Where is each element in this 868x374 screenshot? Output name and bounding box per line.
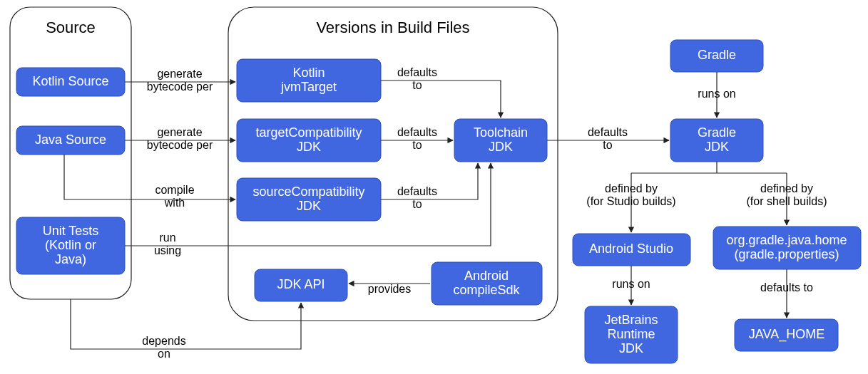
edge-label-defined-shell-1: defined by [760, 182, 813, 194]
edge-label-gen-bytecode-a1: generate [157, 68, 202, 80]
label-source-compat-2: JDK [297, 199, 321, 213]
group-source-title: Source [46, 19, 96, 36]
edge-label-defaults-a1: defaults [397, 66, 437, 78]
label-jetbrains-1: JetBrains [604, 313, 658, 327]
group-versions-title: Versions in Build Files [316, 19, 469, 36]
edge-label-depends-2: on [158, 348, 170, 360]
label-android-studio: Android Studio [589, 241, 673, 256]
label-java-home: JAVA_HOME [749, 327, 824, 342]
edge-label-runs-on-a: runs on [698, 88, 735, 100]
label-kotlin-jvm-2: jvmTarget [280, 80, 337, 94]
edge-label-defaults-b2: to [412, 139, 422, 151]
edge-label-provides: provides [368, 283, 411, 295]
edge-label-defined-studio-2: (for Studio builds) [586, 195, 675, 207]
label-unit-tests-2: (Kotlin or [45, 238, 96, 252]
edge-label-defaults-b1: defaults [397, 126, 437, 138]
edge-label-compile-with-2: with [164, 197, 185, 209]
edge-label-defined-shell-2: (for shell builds) [747, 195, 827, 207]
edge-label-gen-bytecode-b2: bytecode per [147, 139, 213, 151]
label-target-compat-1: targetCompatibility [255, 125, 362, 140]
label-android-sdk-2: compileSdk [453, 283, 520, 297]
label-target-compat-2: JDK [297, 140, 321, 154]
edge-java-to-sourcecompat [64, 155, 235, 199]
label-toolchain-1: Toolchain [474, 125, 528, 140]
edge-label-gen-bytecode-a2: bytecode per [147, 80, 213, 93]
label-unit-tests-1: Unit Tests [43, 224, 99, 238]
label-jetbrains-2: Runtime [607, 327, 655, 341]
edge-label-run-using-2: using [154, 244, 181, 256]
label-jdk-api: JDK API [277, 277, 325, 291]
label-toolchain-2: JDK [489, 140, 513, 154]
edge-label-defined-studio-1: defined by [605, 182, 658, 194]
edge-label-defaults-c1: defaults [397, 185, 437, 197]
edge-label-defaults-single: defaults to [760, 281, 813, 294]
edge-label-defaults-d2: to [603, 139, 612, 151]
label-gradle-jdk-2: JDK [705, 140, 729, 154]
edge-label-compile-with-1: compile [155, 184, 194, 196]
label-source-compat-1: sourceCompatibility [252, 185, 364, 199]
label-jetbrains-3: JDK [619, 341, 643, 355]
edge-label-runs-on-b: runs on [612, 278, 650, 290]
label-android-sdk-1: Android [464, 269, 509, 283]
edge-label-defaults-d1: defaults [588, 126, 628, 138]
label-org-gradle-2: (gradle.properties) [734, 247, 839, 261]
edge-jvmtarget-to-toolchain [381, 80, 501, 118]
label-gradle-jdk-1: Gradle [698, 125, 736, 140]
label-gradle: Gradle [698, 48, 736, 62]
label-org-gradle-1: org.gradle.java.home [726, 233, 847, 247]
edge-label-defaults-a2: to [412, 79, 422, 91]
edge-label-gen-bytecode-b1: generate [157, 126, 202, 138]
label-kotlin-jvm-1: Kotlin [292, 66, 325, 80]
edge-label-depends-1: depends [142, 335, 185, 347]
edge-label-run-using-1: run [159, 232, 175, 244]
label-unit-tests-3: Java) [55, 252, 86, 266]
edge-label-defaults-c2: to [412, 198, 422, 210]
label-java-source: Java Source [35, 133, 106, 147]
label-kotlin-source: Kotlin Source [32, 74, 108, 88]
